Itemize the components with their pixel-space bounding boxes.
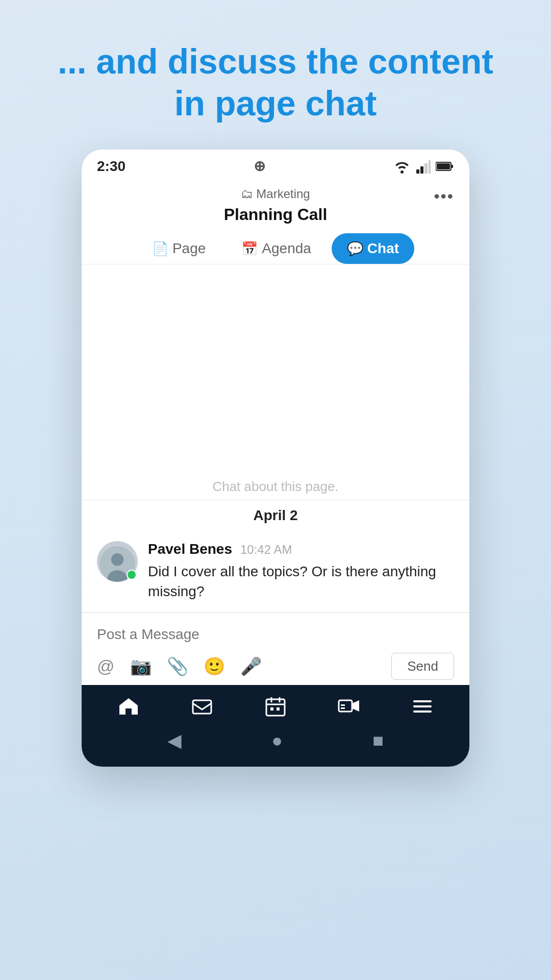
svg-rect-16 bbox=[277, 707, 280, 710]
nav-inbox-icon[interactable] bbox=[191, 695, 213, 718]
chat-area: Chat about this page. April 2 Pav bbox=[82, 264, 469, 684]
attachment-icon[interactable]: 📎 bbox=[167, 656, 188, 676]
message-row: Pavel Benes 10:42 AM Did I cover all the… bbox=[82, 531, 469, 612]
folder-icon: 🗂 bbox=[241, 187, 253, 201]
mention-icon[interactable]: @ bbox=[97, 656, 115, 676]
svg-rect-1 bbox=[420, 166, 423, 174]
android-back-button[interactable]: ◀ bbox=[167, 730, 182, 751]
microphone-icon[interactable]: 🎤 bbox=[240, 656, 262, 676]
svg-rect-5 bbox=[451, 165, 453, 168]
tab-page[interactable]: 📄 Page bbox=[137, 233, 221, 264]
svg-rect-10 bbox=[193, 700, 211, 714]
signal-icon bbox=[416, 159, 431, 174]
tab-agenda[interactable]: 📅 Agenda bbox=[226, 233, 327, 264]
send-button[interactable]: Send bbox=[391, 653, 454, 680]
hero-line2: in page chat bbox=[31, 83, 520, 125]
agenda-icon: 📅 bbox=[241, 241, 258, 257]
svg-point-8 bbox=[111, 553, 124, 566]
tab-chat[interactable]: 💬 Chat bbox=[332, 233, 414, 264]
chat-icon: 💬 bbox=[347, 241, 363, 257]
tab-agenda-label: Agenda bbox=[262, 240, 311, 257]
android-nav: ◀ ● ■ bbox=[82, 725, 469, 762]
message-time: 10:42 AM bbox=[240, 543, 292, 557]
input-toolbar: @ 📷 📎 🙂 🎤 Send bbox=[97, 647, 454, 680]
nav-video-icon[interactable] bbox=[338, 695, 360, 718]
svg-rect-21 bbox=[413, 705, 432, 707]
date-label: April 2 bbox=[253, 507, 297, 524]
android-recents-button[interactable]: ■ bbox=[372, 730, 384, 751]
status-bar: 2:30 ⊕ bbox=[82, 150, 469, 180]
chat-hint: Chat about this page. bbox=[82, 469, 469, 500]
tab-chat-label: Chat bbox=[367, 240, 399, 257]
status-time: 2:30 bbox=[97, 158, 126, 175]
emoji-icon[interactable]: 🙂 bbox=[204, 656, 225, 676]
camera-icon[interactable]: 📷 bbox=[130, 656, 152, 676]
svg-rect-11 bbox=[266, 699, 285, 716]
more-menu-button[interactable]: ••• bbox=[434, 187, 454, 206]
online-indicator bbox=[127, 570, 137, 580]
svg-rect-17 bbox=[339, 700, 352, 712]
message-author: Pavel Benes bbox=[148, 541, 232, 557]
header-folder: 🗂 Marketing bbox=[241, 187, 310, 201]
header-top: 🗂 Marketing ••• bbox=[97, 187, 454, 201]
message-input-area: @ 📷 📎 🙂 🎤 Send bbox=[82, 612, 469, 685]
message-input[interactable] bbox=[97, 622, 454, 647]
svg-rect-15 bbox=[270, 707, 273, 710]
status-icons bbox=[393, 159, 454, 174]
nav-calendar-icon[interactable] bbox=[264, 695, 287, 718]
svg-rect-18 bbox=[341, 707, 345, 709]
chat-empty-space bbox=[82, 264, 469, 469]
date-divider: April 2 bbox=[82, 500, 469, 531]
svg-rect-2 bbox=[424, 163, 428, 174]
wifi-icon bbox=[393, 159, 411, 174]
bottom-nav: ◀ ● ■ bbox=[82, 685, 469, 767]
svg-rect-3 bbox=[429, 160, 431, 174]
hero-text: ... and discuss the content in page chat bbox=[0, 0, 551, 150]
message-text: Did I cover all the topics? Or is there … bbox=[148, 561, 454, 601]
android-home-button[interactable]: ● bbox=[271, 730, 283, 751]
message-header: Pavel Benes 10:42 AM bbox=[148, 541, 454, 557]
page-title: Planning Call bbox=[224, 205, 328, 224]
tab-bar: 📄 Page 📅 Agenda 💬 Chat bbox=[97, 233, 454, 264]
avatar-wrap bbox=[97, 541, 138, 582]
folder-label: Marketing bbox=[256, 187, 310, 201]
hero-line1: ... and discuss the content bbox=[31, 41, 520, 83]
battery-icon bbox=[436, 161, 454, 172]
phone-frame: 2:30 ⊕ 🗂 Mar bbox=[82, 150, 469, 766]
message-content: Pavel Benes 10:42 AM Did I cover all the… bbox=[148, 541, 454, 601]
bottom-nav-icons bbox=[82, 695, 469, 725]
tab-page-label: Page bbox=[172, 240, 206, 257]
svg-rect-19 bbox=[341, 704, 345, 706]
page-icon: 📄 bbox=[152, 241, 168, 257]
app-header: 🗂 Marketing ••• Planning Call 📄 Page 📅 A… bbox=[82, 180, 469, 264]
svg-rect-20 bbox=[413, 700, 432, 702]
svg-rect-0 bbox=[416, 169, 419, 174]
svg-rect-6 bbox=[437, 163, 450, 169]
nav-home-icon[interactable] bbox=[117, 695, 140, 718]
nav-menu-icon[interactable] bbox=[411, 695, 434, 718]
svg-rect-22 bbox=[413, 710, 432, 713]
status-location-icon: ⊕ bbox=[254, 158, 265, 175]
